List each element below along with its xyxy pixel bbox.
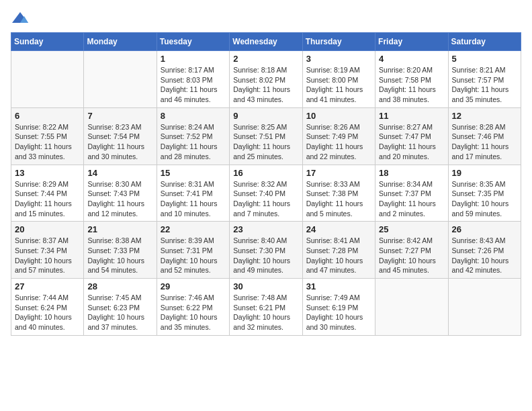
day-info: Sunrise: 8:28 AM Sunset: 7:46 PM Dayligh… bbox=[452, 122, 517, 162]
day-info: Sunrise: 7:48 AM Sunset: 6:21 PM Dayligh… bbox=[233, 293, 298, 332]
day-header-sunday: Sunday bbox=[11, 33, 84, 51]
calendar-cell: 24Sunrise: 8:41 AM Sunset: 7:28 PM Dayli… bbox=[302, 222, 375, 279]
day-info: Sunrise: 8:23 AM Sunset: 7:54 PM Dayligh… bbox=[87, 122, 152, 162]
day-number: 4 bbox=[379, 54, 444, 64]
day-info: Sunrise: 8:32 AM Sunset: 7:40 PM Dayligh… bbox=[233, 179, 298, 219]
calendar-cell bbox=[84, 51, 157, 108]
day-header-friday: Friday bbox=[375, 33, 448, 51]
calendar-cell: 3Sunrise: 8:19 AM Sunset: 8:00 PM Daylig… bbox=[302, 51, 375, 108]
calendar-cell: 22Sunrise: 8:39 AM Sunset: 7:31 PM Dayli… bbox=[157, 222, 229, 279]
day-info: Sunrise: 7:49 AM Sunset: 6:19 PM Dayligh… bbox=[306, 293, 371, 332]
day-info: Sunrise: 8:18 AM Sunset: 8:02 PM Dayligh… bbox=[233, 65, 298, 105]
day-info: Sunrise: 8:43 AM Sunset: 7:26 PM Dayligh… bbox=[452, 236, 517, 275]
calendar-cell: 8Sunrise: 8:24 AM Sunset: 7:52 PM Daylig… bbox=[157, 107, 229, 165]
calendar-cell: 12Sunrise: 8:28 AM Sunset: 7:46 PM Dayli… bbox=[448, 107, 521, 165]
day-info: Sunrise: 8:37 AM Sunset: 7:34 PM Dayligh… bbox=[15, 236, 80, 275]
calendar-table: SundayMondayTuesdayWednesdayThursdayFrid… bbox=[11, 32, 521, 336]
calendar-cell: 29Sunrise: 7:46 AM Sunset: 6:22 PM Dayli… bbox=[157, 279, 229, 336]
calendar-cell: 14Sunrise: 8:30 AM Sunset: 7:43 PM Dayli… bbox=[84, 165, 157, 222]
day-info: Sunrise: 8:33 AM Sunset: 7:38 PM Dayligh… bbox=[306, 179, 371, 219]
day-info: Sunrise: 8:20 AM Sunset: 7:58 PM Dayligh… bbox=[379, 65, 444, 105]
calendar-cell: 2Sunrise: 8:18 AM Sunset: 8:02 PM Daylig… bbox=[230, 51, 302, 108]
calendar-cell: 7Sunrise: 8:23 AM Sunset: 7:54 PM Daylig… bbox=[84, 107, 157, 165]
day-number: 25 bbox=[379, 224, 444, 234]
day-info: Sunrise: 8:22 AM Sunset: 7:55 PM Dayligh… bbox=[15, 122, 80, 162]
day-info: Sunrise: 8:24 AM Sunset: 7:52 PM Dayligh… bbox=[161, 122, 226, 162]
day-info: Sunrise: 8:35 AM Sunset: 7:35 PM Dayligh… bbox=[452, 179, 517, 219]
calendar-cell: 25Sunrise: 8:42 AM Sunset: 7:27 PM Dayli… bbox=[375, 222, 448, 279]
day-number: 2 bbox=[233, 54, 298, 64]
calendar-cell: 19Sunrise: 8:35 AM Sunset: 7:35 PM Dayli… bbox=[448, 165, 521, 222]
day-number: 19 bbox=[452, 168, 517, 178]
day-number: 9 bbox=[233, 111, 298, 121]
calendar-cell: 21Sunrise: 8:38 AM Sunset: 7:33 PM Dayli… bbox=[84, 222, 157, 279]
day-number: 15 bbox=[161, 168, 226, 178]
day-number: 5 bbox=[452, 54, 517, 64]
day-number: 27 bbox=[15, 281, 80, 291]
day-number: 23 bbox=[233, 224, 298, 234]
calendar-cell: 16Sunrise: 8:32 AM Sunset: 7:40 PM Dayli… bbox=[230, 165, 302, 222]
day-number: 3 bbox=[306, 54, 371, 64]
day-number: 29 bbox=[161, 281, 226, 291]
calendar-cell: 27Sunrise: 7:44 AM Sunset: 6:24 PM Dayli… bbox=[11, 279, 84, 336]
day-number: 16 bbox=[233, 168, 298, 178]
day-number: 14 bbox=[87, 168, 152, 178]
day-number: 30 bbox=[233, 281, 298, 291]
day-number: 20 bbox=[15, 224, 80, 234]
calendar-cell: 28Sunrise: 7:45 AM Sunset: 6:23 PM Dayli… bbox=[84, 279, 157, 336]
day-number: 28 bbox=[87, 281, 152, 291]
day-info: Sunrise: 7:45 AM Sunset: 6:23 PM Dayligh… bbox=[87, 293, 152, 332]
calendar-cell: 13Sunrise: 8:29 AM Sunset: 7:44 PM Dayli… bbox=[11, 165, 84, 222]
day-info: Sunrise: 8:25 AM Sunset: 7:51 PM Dayligh… bbox=[233, 122, 298, 162]
day-number: 10 bbox=[306, 111, 371, 121]
day-number: 1 bbox=[161, 54, 226, 64]
calendar-cell: 23Sunrise: 8:40 AM Sunset: 7:30 PM Dayli… bbox=[230, 222, 302, 279]
day-info: Sunrise: 8:17 AM Sunset: 8:03 PM Dayligh… bbox=[161, 65, 226, 105]
day-header-thursday: Thursday bbox=[302, 33, 375, 51]
day-number: 24 bbox=[306, 224, 371, 234]
day-info: Sunrise: 8:41 AM Sunset: 7:28 PM Dayligh… bbox=[306, 236, 371, 275]
calendar-cell: 5Sunrise: 8:21 AM Sunset: 7:57 PM Daylig… bbox=[448, 51, 521, 108]
day-info: Sunrise: 8:21 AM Sunset: 7:57 PM Dayligh… bbox=[452, 65, 517, 105]
day-number: 26 bbox=[452, 224, 517, 234]
calendar-cell bbox=[448, 279, 521, 336]
day-info: Sunrise: 8:40 AM Sunset: 7:30 PM Dayligh… bbox=[233, 236, 298, 275]
day-info: Sunrise: 8:42 AM Sunset: 7:27 PM Dayligh… bbox=[379, 236, 444, 275]
day-header-wednesday: Wednesday bbox=[230, 33, 302, 51]
day-number: 13 bbox=[15, 168, 80, 178]
day-info: Sunrise: 7:44 AM Sunset: 6:24 PM Dayligh… bbox=[15, 293, 80, 332]
day-info: Sunrise: 8:30 AM Sunset: 7:43 PM Dayligh… bbox=[87, 179, 152, 219]
page-header bbox=[11, 11, 521, 26]
day-number: 31 bbox=[306, 281, 371, 291]
day-header-tuesday: Tuesday bbox=[157, 33, 229, 51]
calendar-cell: 1Sunrise: 8:17 AM Sunset: 8:03 PM Daylig… bbox=[157, 51, 229, 108]
day-number: 11 bbox=[379, 111, 444, 121]
day-number: 7 bbox=[87, 111, 152, 121]
calendar-week-row: 27Sunrise: 7:44 AM Sunset: 6:24 PM Dayli… bbox=[11, 279, 521, 336]
logo-icon bbox=[11, 11, 30, 26]
days-header-row: SundayMondayTuesdayWednesdayThursdayFrid… bbox=[11, 33, 521, 51]
calendar-cell: 4Sunrise: 8:20 AM Sunset: 7:58 PM Daylig… bbox=[375, 51, 448, 108]
calendar-cell: 17Sunrise: 8:33 AM Sunset: 7:38 PM Dayli… bbox=[302, 165, 375, 222]
day-number: 17 bbox=[306, 168, 371, 178]
calendar-week-row: 6Sunrise: 8:22 AM Sunset: 7:55 PM Daylig… bbox=[11, 107, 521, 165]
day-number: 8 bbox=[161, 111, 226, 121]
day-info: Sunrise: 8:19 AM Sunset: 8:00 PM Dayligh… bbox=[306, 65, 371, 105]
calendar-week-row: 20Sunrise: 8:37 AM Sunset: 7:34 PM Dayli… bbox=[11, 222, 521, 279]
calendar-cell bbox=[375, 279, 448, 336]
calendar-week-row: 1Sunrise: 8:17 AM Sunset: 8:03 PM Daylig… bbox=[11, 51, 521, 108]
calendar-week-row: 13Sunrise: 8:29 AM Sunset: 7:44 PM Dayli… bbox=[11, 165, 521, 222]
calendar-cell: 11Sunrise: 8:27 AM Sunset: 7:47 PM Dayli… bbox=[375, 107, 448, 165]
day-info: Sunrise: 8:27 AM Sunset: 7:47 PM Dayligh… bbox=[379, 122, 444, 162]
calendar-cell: 20Sunrise: 8:37 AM Sunset: 7:34 PM Dayli… bbox=[11, 222, 84, 279]
day-info: Sunrise: 8:34 AM Sunset: 7:37 PM Dayligh… bbox=[379, 179, 444, 219]
day-number: 6 bbox=[15, 111, 80, 121]
calendar-cell: 30Sunrise: 7:48 AM Sunset: 6:21 PM Dayli… bbox=[230, 279, 302, 336]
day-info: Sunrise: 8:38 AM Sunset: 7:33 PM Dayligh… bbox=[87, 236, 152, 275]
day-number: 21 bbox=[87, 224, 152, 234]
calendar-cell bbox=[11, 51, 84, 108]
calendar-cell: 6Sunrise: 8:22 AM Sunset: 7:55 PM Daylig… bbox=[11, 107, 84, 165]
calendar-cell: 10Sunrise: 8:26 AM Sunset: 7:49 PM Dayli… bbox=[302, 107, 375, 165]
day-info: Sunrise: 8:29 AM Sunset: 7:44 PM Dayligh… bbox=[15, 179, 80, 219]
calendar-cell: 31Sunrise: 7:49 AM Sunset: 6:19 PM Dayli… bbox=[302, 279, 375, 336]
